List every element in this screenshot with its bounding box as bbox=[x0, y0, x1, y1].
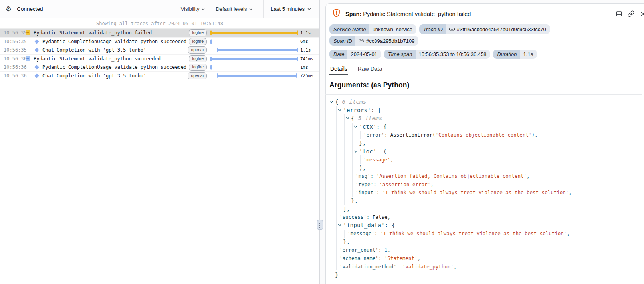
code-token: }, bbox=[343, 238, 350, 245]
span-diamond-icon bbox=[34, 73, 39, 78]
trace-tag-badge[interactable]: logfire bbox=[189, 55, 207, 62]
trace-tag-badge[interactable]: logfire bbox=[189, 64, 207, 71]
gear-icon[interactable]: ⚙ bbox=[6, 6, 12, 12]
badge-value-text: 10:56:35.353 to 10:56:36.458 bbox=[419, 52, 487, 57]
code-token: 'I think we should always treat violence… bbox=[382, 189, 569, 195]
badge-label: Time span bbox=[384, 50, 416, 59]
code-line: { 5 items bbox=[329, 114, 642, 123]
code-line: } bbox=[329, 270, 642, 279]
duration-bar[interactable] bbox=[217, 75, 297, 77]
badge-value[interactable]: #cc89a295db1b7109 bbox=[355, 36, 418, 46]
span-badges: Service Nameunknown_serviceTrace ID#3ff1… bbox=[329, 24, 617, 59]
code-token: } bbox=[335, 272, 339, 278]
code-line: 'validation_method': 'validate_python', bbox=[329, 262, 642, 271]
default-levels-dropdown[interactable]: Default levels bbox=[216, 6, 253, 12]
code-line: 'msg': 'Assertion failed, Contains objec… bbox=[329, 172, 642, 180]
link-icon[interactable] bbox=[449, 26, 455, 32]
visibility-dropdown-label: Visibility bbox=[181, 6, 200, 12]
code-line: }, bbox=[329, 139, 642, 147]
indent-guide bbox=[336, 180, 337, 189]
code-token: : bbox=[367, 214, 373, 220]
trace-panel-header: ⚙ Connected Visibility Default levels La… bbox=[0, 0, 319, 18]
code-token: }, bbox=[351, 197, 358, 204]
badge-value[interactable]: #3ff16acbdde4a547b01d9c9c533fcc70 bbox=[446, 24, 550, 34]
trace-tag-badge[interactable]: openai bbox=[188, 72, 207, 79]
code-token: : ( bbox=[376, 148, 387, 155]
indent-guide bbox=[344, 197, 345, 205]
span-attribute-badge: Span ID#cc89a295db1b7109 bbox=[329, 36, 418, 46]
indent-guide bbox=[344, 155, 345, 164]
code-token: : { bbox=[385, 222, 395, 228]
trace-row[interactable]: 10:56:36Pydantic CompletionUsage validat… bbox=[0, 63, 319, 72]
badge-value-text: #3ff16acbdde4a547b01d9c9c533fcc70 bbox=[457, 27, 546, 32]
badge-value-text: 2024-05-01 bbox=[351, 52, 377, 57]
tree-chevron-down-icon[interactable] bbox=[346, 117, 349, 120]
trace-tag-badge[interactable]: logfire bbox=[189, 29, 207, 36]
span-diamond-icon bbox=[34, 65, 39, 70]
tab-details[interactable]: Details bbox=[329, 65, 348, 75]
tree-chevron-down-icon[interactable] bbox=[354, 149, 357, 153]
trace-timestamp: 10:56:35 bbox=[0, 39, 23, 44]
code-token: ], bbox=[343, 206, 350, 212]
link-icon[interactable] bbox=[359, 38, 364, 44]
indent-guide bbox=[336, 172, 337, 180]
code-token: 'Contains objectionable content' bbox=[436, 132, 532, 138]
code-token: ), bbox=[531, 132, 537, 138]
close-icon[interactable] bbox=[640, 11, 644, 17]
trace-row[interactable]: 10:56:36Pydantic Statement validate_pyth… bbox=[0, 55, 319, 64]
indent-guide bbox=[344, 164, 345, 172]
tree-chevron-down-icon[interactable] bbox=[338, 224, 341, 227]
indent-guide bbox=[344, 230, 345, 238]
copy-link-icon[interactable] bbox=[628, 10, 634, 17]
indent-guide bbox=[352, 131, 353, 139]
indent-guide bbox=[336, 139, 337, 147]
duration-bar[interactable] bbox=[210, 58, 298, 60]
trace-row[interactable]: 10:56:35Pydantic CompletionUsage validat… bbox=[0, 38, 319, 46]
duration-bar[interactable] bbox=[210, 32, 298, 34]
traces-banner-row: Showing all traces after 2024-05-01 10:5… bbox=[0, 18, 319, 29]
indent-guide bbox=[344, 180, 345, 189]
trace-tag-badge[interactable]: openai bbox=[188, 46, 207, 54]
code-token: : bbox=[375, 230, 380, 236]
trace-timestamp: 10:56:36 bbox=[0, 64, 23, 70]
indent-guide bbox=[352, 147, 353, 156]
badge-value: 2024-05-01 bbox=[347, 50, 381, 59]
tree-chevron-down-icon[interactable] bbox=[338, 108, 341, 112]
dock-panel-icon[interactable] bbox=[616, 10, 622, 17]
code-token: 6 items bbox=[342, 99, 366, 105]
code-token: , bbox=[430, 181, 434, 187]
badge-value-text: 1.1s bbox=[523, 52, 533, 57]
time-range-dropdown[interactable]: Last 5 minutes bbox=[263, 0, 319, 18]
tree-chevron-down-icon[interactable] bbox=[330, 100, 333, 104]
code-token: , bbox=[390, 157, 394, 163]
chevron-down-icon bbox=[249, 7, 253, 11]
trace-timestamp: 10:56:36 bbox=[0, 73, 23, 79]
duration-bar[interactable] bbox=[217, 49, 298, 51]
code-line: 'success': False, bbox=[329, 213, 642, 221]
tree-chevron-down-icon[interactable] bbox=[354, 125, 357, 129]
trace-row[interactable]: 10:56:35Pydantic Statement validate_pyth… bbox=[0, 29, 319, 38]
default-levels-dropdown-label: Default levels bbox=[216, 6, 247, 12]
trace-title: Chat Completion with 'gpt-3.5-turbo' bbox=[42, 47, 146, 53]
indent-guide bbox=[344, 172, 345, 180]
badge-value: 1.1s bbox=[520, 50, 537, 59]
trace-timestamp: 10:56:35 bbox=[0, 47, 23, 53]
collapse-toggle-icon[interactable] bbox=[26, 56, 30, 61]
tab-raw-data[interactable]: Raw Data bbox=[357, 65, 383, 75]
code-tree: { 6 items'errors': [{ 5 items'ctx': {'er… bbox=[325, 94, 642, 279]
code-token: 'assertion_error' bbox=[379, 181, 430, 187]
indent-guide bbox=[336, 106, 337, 115]
trace-row[interactable]: 10:56:36Chat Completion with 'gpt-3.5-tu… bbox=[0, 72, 319, 81]
indent-guide bbox=[336, 155, 337, 164]
duration-bar[interactable] bbox=[210, 39, 212, 44]
panel-splitter-handle[interactable] bbox=[317, 220, 323, 230]
trace-row[interactable]: 10:56:35Chat Completion with 'gpt-3.5-tu… bbox=[0, 46, 319, 55]
duration-bar[interactable] bbox=[210, 65, 212, 70]
code-token: 'message' bbox=[363, 157, 390, 163]
visibility-dropdown[interactable]: Visibility bbox=[181, 6, 206, 12]
trace-tag-badge[interactable]: logfire bbox=[189, 38, 207, 45]
code-token: 'error_count' bbox=[339, 247, 378, 253]
code-token: 1 bbox=[384, 247, 388, 253]
code-token: 'errors' bbox=[343, 107, 371, 113]
collapse-toggle-icon[interactable] bbox=[26, 30, 30, 35]
